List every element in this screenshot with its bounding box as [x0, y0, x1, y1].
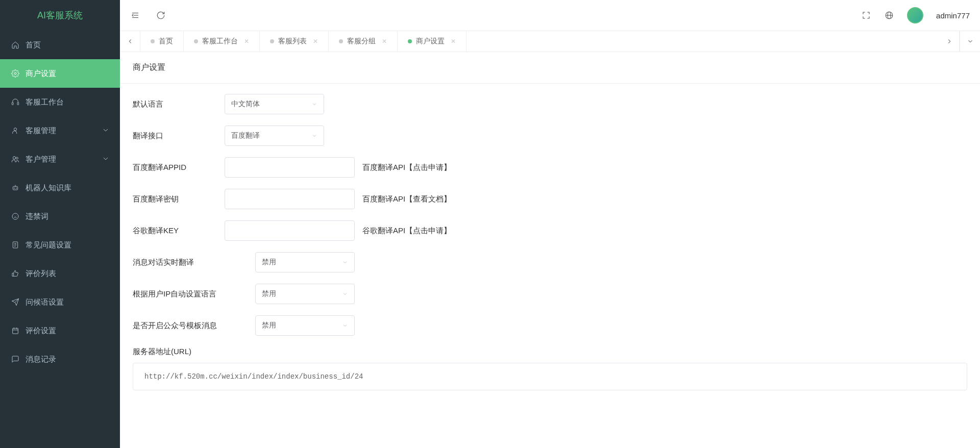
tabs-menu-button[interactable]	[960, 31, 980, 52]
sidebar-item-msg-log[interactable]: 消息记录	[0, 345, 120, 374]
auto-lang-ip-select[interactable]: 禁用	[255, 284, 355, 304]
wechat-template-select[interactable]: 禁用	[255, 315, 355, 336]
chevron-down-icon	[342, 322, 348, 329]
sidebar-item-workbench[interactable]: 客服工作台	[0, 88, 120, 116]
close-icon[interactable]: ✕	[244, 38, 249, 45]
svg-point-7	[14, 188, 14, 188]
close-icon[interactable]: ✕	[382, 38, 387, 45]
sidebar-item-reviews[interactable]: 评价列表	[0, 259, 120, 288]
sidebar-item-label: 评价列表	[26, 269, 56, 279]
translate-api-select[interactable]: 百度翻译	[225, 126, 324, 146]
default-lang-label: 默认语言	[133, 99, 225, 109]
svg-rect-1	[12, 103, 13, 105]
sidebar-item-customer-mgmt[interactable]: 客户管理	[0, 145, 120, 173]
tab-dot-icon	[339, 39, 343, 43]
send-icon	[10, 297, 20, 307]
tab-dot-icon	[151, 39, 155, 43]
tab-bar: 首页 客服工作台 ✕ 客服列表 ✕ 客服分组 ✕ 商户设置 ✕	[120, 31, 980, 52]
language-button[interactable]	[884, 10, 894, 20]
baidu-appid-label: 百度翻译APPID	[133, 163, 225, 172]
chevron-down-icon	[311, 101, 317, 107]
tab-workbench[interactable]: 客服工作台 ✕	[184, 31, 260, 52]
realtime-translate-select[interactable]: 禁用	[255, 252, 355, 272]
sidebar: AI客服系统 首页 商户设置 客服工作台 客服管理 客户管理 机器人知识库 违禁…	[0, 0, 120, 448]
select-value: 禁用	[262, 321, 276, 330]
collapse-sidebar-button[interactable]	[130, 10, 140, 20]
default-lang-select[interactable]: 中文简体	[225, 94, 324, 114]
tabs-scroll-left[interactable]	[120, 31, 140, 52]
face-frown-icon	[10, 211, 20, 221]
svg-point-8	[16, 188, 16, 188]
content-area: 商户设置 默认语言 中文简体 翻译接口 百度翻译 百度翻译APPID 百度	[120, 52, 980, 448]
svg-rect-6	[13, 186, 17, 190]
tab-label: 客服工作台	[202, 37, 238, 46]
app-logo: AI客服系统	[0, 0, 120, 31]
sidebar-item-greeting[interactable]: 问候语设置	[0, 288, 120, 316]
tab-home[interactable]: 首页	[140, 31, 184, 52]
baidu-appid-input[interactable]	[225, 157, 355, 178]
tab-dot-icon	[408, 39, 412, 43]
chevron-down-icon	[102, 155, 110, 164]
server-url-value[interactable]: http://kf.520m.cc/weixin/index/index/bus…	[133, 363, 967, 390]
svg-point-5	[16, 157, 18, 159]
sidebar-item-label: 客服管理	[26, 126, 56, 136]
sidebar-item-label: 商户设置	[26, 69, 56, 79]
sidebar-item-merchant-settings[interactable]: 商户设置	[0, 59, 120, 88]
thumb-up-icon	[10, 268, 20, 279]
sidebar-item-faq[interactable]: 常见问题设置	[0, 231, 120, 259]
sidebar-item-label: 客服工作台	[26, 97, 64, 107]
users-icon	[10, 154, 20, 164]
google-key-hint[interactable]: 谷歌翻译API【点击申请】	[362, 226, 451, 236]
sidebar-item-home[interactable]: 首页	[0, 31, 120, 59]
chevron-down-icon	[342, 291, 348, 297]
tab-label: 客服分组	[347, 37, 376, 46]
sidebar-item-label: 消息记录	[26, 355, 56, 364]
svg-point-9	[12, 213, 18, 219]
svg-point-0	[14, 72, 16, 74]
tab-merchant-settings[interactable]: 商户设置 ✕	[398, 31, 467, 52]
close-icon[interactable]: ✕	[451, 38, 456, 45]
sidebar-item-label: 问候语设置	[26, 297, 64, 307]
realtime-translate-label: 消息对话实时翻译	[133, 258, 255, 267]
tabs-scroll-right[interactable]	[939, 31, 960, 52]
home-icon	[10, 40, 20, 50]
svg-rect-2	[17, 103, 19, 105]
sidebar-item-label: 机器人知识库	[26, 183, 71, 193]
sidebar-item-agent-mgmt[interactable]: 客服管理	[0, 116, 120, 145]
server-url-label: 服务器地址(URL)	[133, 347, 967, 357]
tab-agent-list[interactable]: 客服列表 ✕	[260, 31, 329, 52]
close-icon[interactable]: ✕	[313, 38, 318, 45]
svg-point-3	[14, 128, 16, 131]
robot-icon	[10, 183, 20, 193]
select-value: 禁用	[262, 289, 276, 298]
fullscreen-button[interactable]	[861, 10, 871, 20]
baidu-appid-hint[interactable]: 百度翻译API【点击申请】	[362, 163, 451, 172]
baidu-secret-hint[interactable]: 百度翻译API【查看文档】	[362, 194, 451, 204]
sidebar-item-forbidden-words[interactable]: 违禁词	[0, 202, 120, 231]
tab-label: 首页	[159, 37, 173, 46]
refresh-button[interactable]	[156, 10, 166, 20]
baidu-secret-input[interactable]	[225, 189, 355, 209]
select-value: 百度翻译	[231, 131, 260, 140]
svg-point-4	[13, 157, 15, 159]
page-title: 商户设置	[120, 52, 980, 84]
select-value: 中文简体	[231, 99, 260, 109]
sidebar-item-review-settings[interactable]: 评价设置	[0, 316, 120, 345]
tab-dot-icon	[194, 39, 198, 43]
chevron-down-icon	[311, 133, 317, 139]
auto-lang-ip-label: 根据用户IP自动设置语言	[133, 289, 255, 299]
sidebar-item-label: 评价设置	[26, 326, 56, 336]
settings-form: 默认语言 中文简体 翻译接口 百度翻译 百度翻译APPID 百度翻译API【点击…	[120, 84, 980, 401]
document-icon	[10, 240, 20, 250]
google-key-label: 谷歌翻译KEY	[133, 226, 225, 236]
sidebar-item-label: 客户管理	[26, 155, 56, 164]
sidebar-item-robot-kb[interactable]: 机器人知识库	[0, 173, 120, 202]
user-icon	[10, 126, 20, 136]
user-avatar[interactable]	[907, 7, 923, 23]
google-key-input[interactable]	[225, 220, 355, 241]
calendar-icon	[10, 326, 20, 336]
headset-icon	[10, 97, 20, 107]
username-label[interactable]: admin777	[936, 11, 970, 20]
tab-agent-groups[interactable]: 客服分组 ✕	[329, 31, 398, 52]
sidebar-item-label: 违禁词	[26, 212, 48, 221]
